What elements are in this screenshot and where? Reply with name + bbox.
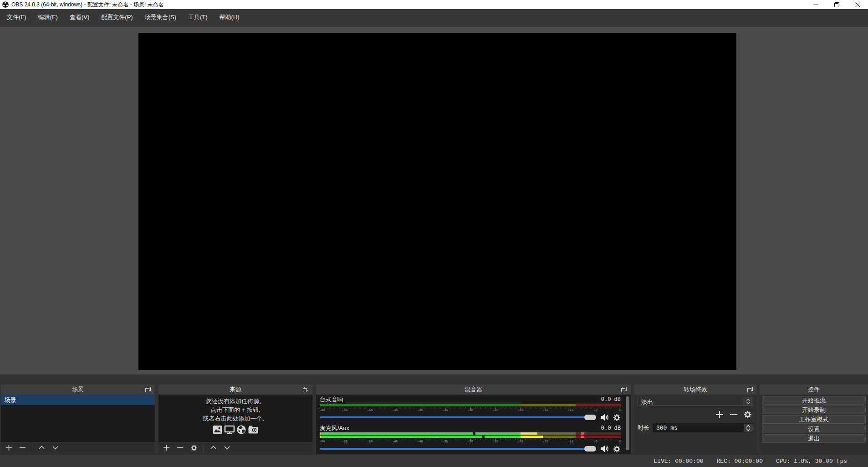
- move-source-down-button[interactable]: [224, 444, 230, 451]
- add-scene-button[interactable]: [5, 444, 12, 451]
- ruler-tick: [586, 407, 586, 409]
- source-properties-button[interactable]: [190, 444, 198, 452]
- mute-button[interactable]: [600, 414, 609, 421]
- ruler-tick-label: -15: [542, 409, 548, 412]
- transition-properties-button[interactable]: [744, 411, 752, 419]
- ruler-tick: [330, 407, 330, 409]
- ruler-tick: [561, 407, 561, 409]
- restore-button[interactable]: [826, 0, 847, 9]
- ruler-tick: [430, 407, 430, 409]
- start-recording-button[interactable]: 开始录制: [762, 405, 866, 414]
- volume-slider[interactable]: [320, 416, 596, 418]
- menu-item-tools[interactable]: 工具(T): [182, 12, 214, 22]
- popout-icon[interactable]: [145, 387, 151, 392]
- remove-source-button[interactable]: [177, 444, 184, 451]
- chevron-down-icon: [52, 444, 59, 451]
- ruler-tick: [400, 407, 400, 409]
- ruler-tick-label: -50: [367, 440, 373, 443]
- start-streaming-button[interactable]: 开始推流: [762, 396, 866, 405]
- move-source-up-button[interactable]: [210, 444, 217, 451]
- popout-icon[interactable]: [747, 387, 753, 392]
- duration-input[interactable]: 300 ms: [653, 423, 753, 432]
- mixer-panel-header: 混音器: [316, 385, 631, 395]
- scenes-list[interactable]: 场景: [1, 395, 155, 442]
- sources-list[interactable]: 您还没有添加任何源。 点击下面的 + 按钮, 或者右击此处添加一个。: [158, 395, 312, 442]
- sources-empty-line: 或者右击此处添加一个。: [158, 414, 312, 423]
- sources-panel-title: 来源: [230, 385, 241, 394]
- remove-transition-button[interactable]: [730, 411, 738, 419]
- mixer-scrollbar[interactable]: [626, 396, 629, 450]
- ruler-tick-label: -40: [417, 409, 423, 412]
- ruler-tick: [410, 407, 410, 409]
- plus-icon: [715, 411, 724, 419]
- volume-slider-handle[interactable]: [584, 415, 596, 420]
- duration-label: 时长: [638, 424, 649, 432]
- ruler-tick-label: -45: [392, 440, 398, 443]
- menu-item-view[interactable]: 查看(V): [64, 12, 95, 22]
- gear-icon: [744, 411, 752, 419]
- ruler-tick: [380, 439, 380, 440]
- duration-spinner[interactable]: [744, 424, 753, 432]
- close-button[interactable]: [847, 0, 868, 9]
- ruler-tick-label: -60: [319, 409, 325, 412]
- menu-item-scene-collection[interactable]: 场景集合(S): [139, 12, 182, 22]
- move-scene-up-button[interactable]: [38, 444, 45, 451]
- settings-button[interactable]: 设置: [762, 425, 866, 433]
- menu-item-file[interactable]: 文件(F): [1, 12, 32, 22]
- ruler-tick-label: -50: [367, 409, 373, 412]
- dropdown-spinner[interactable]: [743, 397, 753, 405]
- ruler-tick: [480, 407, 481, 409]
- gear-icon: [190, 444, 198, 452]
- popout-icon[interactable]: [621, 387, 627, 392]
- close-icon: [855, 2, 860, 7]
- menu-item-profile[interactable]: 配置文件(P): [95, 12, 138, 22]
- exit-button[interactable]: 退出: [762, 434, 866, 443]
- volume-slider-handle[interactable]: [584, 446, 596, 452]
- ruler-tick: [425, 439, 425, 440]
- transition-select[interactable]: 淡出: [638, 397, 753, 406]
- ruler-tick-label: -5: [594, 440, 597, 443]
- plus-icon: [5, 444, 12, 451]
- toolbar-divider: [204, 444, 204, 452]
- cpu-status: CPU: 1.8%, 30.00 fps: [776, 458, 847, 465]
- add-source-button[interactable]: [163, 444, 170, 451]
- ruler-tick: [500, 439, 501, 440]
- minus-icon: [730, 411, 738, 419]
- chevron-down-icon: [224, 444, 230, 451]
- live-status: LIVE: 00:00:00: [654, 458, 703, 465]
- ruler-tick: [355, 439, 355, 440]
- chevron-up-icon: [746, 399, 750, 401]
- add-transition-button[interactable]: [715, 411, 724, 419]
- volume-slider[interactable]: [320, 448, 596, 450]
- ruler-tick: [455, 439, 455, 440]
- menu-item-help[interactable]: 帮助(H): [214, 12, 245, 22]
- ruler-tick: [435, 407, 435, 409]
- popout-icon[interactable]: [303, 387, 308, 392]
- move-scene-down-button[interactable]: [52, 444, 59, 451]
- remove-scene-button[interactable]: [19, 444, 26, 451]
- ruler-tick: [606, 407, 606, 409]
- audio-settings-button[interactable]: [613, 414, 621, 421]
- menu-bar: 文件(F) 编辑(E) 查看(V) 配置文件(P) 场景集合(S) 工具(T) …: [0, 9, 868, 27]
- mute-button[interactable]: [600, 445, 609, 452]
- ruler-tick-label: -25: [492, 440, 498, 443]
- menu-item-edit[interactable]: 编辑(E): [32, 12, 64, 22]
- ruler-tick-label: -55: [342, 440, 348, 443]
- status-bar: LIVE: 00:00:00 REC: 00:00:00 CPU: 1.8%, …: [0, 455, 868, 467]
- chevron-up-icon: [210, 444, 217, 451]
- plus-icon: [163, 444, 170, 451]
- ruler-tick: [541, 439, 541, 440]
- ruler-tick: [405, 439, 405, 440]
- ruler-tick: [526, 407, 526, 409]
- audio-settings-button[interactable]: [613, 445, 621, 453]
- studio-mode-button[interactable]: 工作室模式: [762, 415, 866, 424]
- minimize-icon: [813, 2, 818, 7]
- ruler-tick: [591, 439, 591, 440]
- preview-canvas[interactable]: [138, 33, 736, 370]
- minimize-button[interactable]: [805, 0, 826, 9]
- transitions-panel-title: 转场特效: [684, 385, 707, 394]
- ruler-tick: [450, 439, 450, 440]
- duration-value: 300 ms: [653, 425, 678, 431]
- scene-item[interactable]: 场景: [1, 395, 155, 405]
- ruler-tick: [465, 439, 465, 440]
